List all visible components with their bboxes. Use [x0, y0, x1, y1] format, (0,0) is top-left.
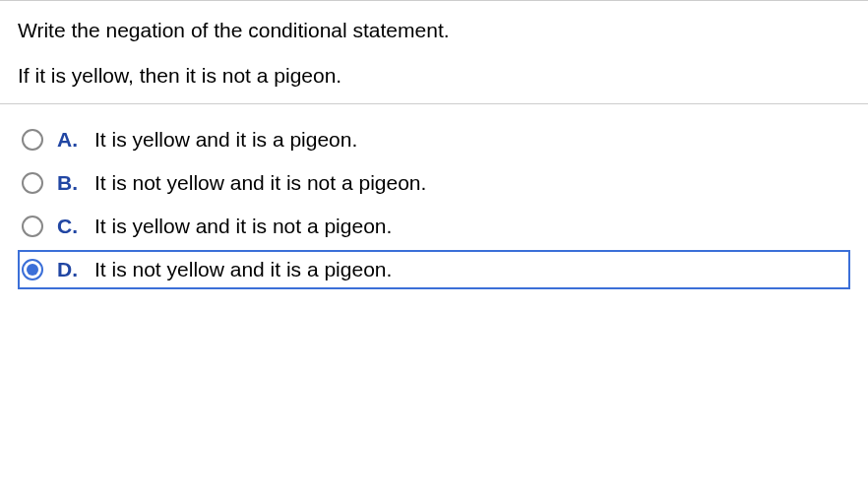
option-letter: C. [57, 215, 83, 238]
radio-icon [22, 216, 43, 237]
question-statement: If it is yellow, then it is not a pigeon… [18, 64, 850, 88]
option-letter: A. [57, 128, 83, 152]
option-b[interactable]: B. It is not yellow and it is not a pige… [18, 163, 850, 203]
radio-icon [22, 259, 43, 280]
option-d[interactable]: D. It is not yellow and it is a pigeon. [18, 250, 850, 289]
option-c[interactable]: C. It is yellow and it is not a pigeon. [18, 207, 850, 246]
option-text: It is yellow and it is not a pigeon. [94, 215, 392, 238]
option-text: It is not yellow and it is not a pigeon. [94, 171, 426, 195]
option-text: It is yellow and it is a pigeon. [94, 128, 357, 152]
option-a[interactable]: A. It is yellow and it is a pigeon. [18, 120, 850, 159]
option-letter: D. [57, 258, 83, 281]
option-letter: B. [57, 171, 83, 195]
radio-icon [22, 172, 43, 194]
radio-icon [22, 129, 43, 151]
question-prompt: Write the negation of the conditional st… [18, 19, 850, 42]
question-section: Write the negation of the conditional st… [0, 1, 868, 104]
options-section: A. It is yellow and it is a pigeon. B. I… [0, 104, 868, 289]
option-text: It is not yellow and it is a pigeon. [94, 258, 392, 281]
quiz-container: Write the negation of the conditional st… [0, 0, 868, 289]
